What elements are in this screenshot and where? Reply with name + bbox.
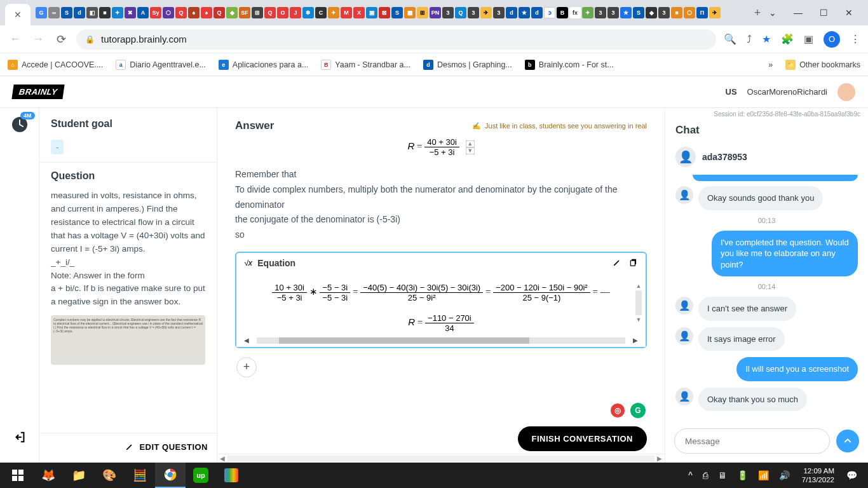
favicon-tab[interactable]: ∞	[48, 7, 60, 18]
favicon-tab[interactable]: A	[137, 7, 149, 18]
forward-button[interactable]: →	[31, 32, 46, 47]
favicon-tab[interactable]: ⊠	[379, 7, 390, 18]
scroll-left-icon[interactable]: ◀	[244, 337, 249, 344]
profile-avatar[interactable]: O	[824, 31, 840, 48]
favicon-tab[interactable]: ✈	[480, 7, 492, 18]
favicon-tab[interactable]: M	[341, 7, 352, 18]
scroll-left-icon[interactable]: ◀	[217, 455, 227, 462]
bookmarks-overflow-icon[interactable]: »	[768, 60, 773, 69]
favicon-tab[interactable]: 3	[493, 7, 505, 18]
grammarly-badge-icon[interactable]: G	[630, 403, 646, 418]
favicon-tab[interactable]: ✈	[709, 7, 721, 18]
maximize-button[interactable]: ☐	[817, 8, 830, 18]
favicon-tab[interactable]: ■	[671, 7, 682, 18]
taskbar-clock[interactable]: 12:09 AM 7/13/2022	[797, 466, 839, 485]
scroll-right-icon[interactable]: ▶	[654, 455, 665, 462]
tray-overflow-icon[interactable]: ^	[685, 470, 696, 480]
favicon-tab[interactable]: S	[633, 7, 644, 18]
scroll-down-icon[interactable]: ▼	[635, 316, 642, 323]
favicon-tab[interactable]: 3	[468, 7, 479, 18]
upwork-icon[interactable]: up	[186, 463, 216, 488]
favicon-tab[interactable]: ◆	[646, 7, 657, 18]
calculator-icon[interactable]: 🧮	[125, 463, 155, 488]
favicon-tab[interactable]: PN	[430, 7, 441, 18]
step-up-icon[interactable]: ▲	[466, 140, 475, 147]
favicon-tab[interactable]: S	[61, 7, 72, 18]
favicon-tab[interactable]: ◧	[86, 7, 98, 18]
favicon-tab[interactable]: ⊞	[417, 7, 428, 18]
equation-content[interactable]: 10 + 30i−5 + 3i ∗ −5 − 3i−5 − 3i = −40(5…	[236, 274, 646, 338]
copy-equation-icon[interactable]	[629, 258, 638, 269]
brainly-logo[interactable]: BRAINLY	[11, 85, 65, 99]
favicon-tab[interactable]: 3	[607, 7, 619, 18]
favicon-tab[interactable]: d	[506, 7, 517, 18]
tab-search-icon[interactable]: ⌄	[766, 8, 779, 18]
minimize-button[interactable]: —	[792, 8, 804, 18]
chat-send-button[interactable]	[836, 430, 859, 452]
favicon-tab[interactable]: Q	[214, 7, 225, 18]
favicon-tab[interactable]: ✦	[328, 7, 339, 18]
favicon-tab[interactable]: Q	[455, 7, 466, 18]
favicon-tab[interactable]: ⬡	[163, 7, 174, 18]
notifications-icon[interactable]: 💬	[843, 470, 860, 480]
favicon-tab[interactable]: ◆	[226, 7, 238, 18]
favicon-tab[interactable]: d	[74, 7, 85, 18]
exit-icon[interactable]	[13, 430, 27, 447]
center-hscroll[interactable]: ◀ ▶	[217, 454, 665, 463]
question-attachment[interactable]: Complex numbers may be applied to electr…	[51, 315, 205, 365]
favicon-tab[interactable]: X	[353, 7, 365, 18]
favicon-tab[interactable]: ▦	[404, 7, 416, 18]
favicon-tab[interactable]: C	[315, 7, 327, 18]
favicon-tab[interactable]: ▣	[366, 7, 377, 18]
favicon-tab[interactable]: ♠	[188, 7, 200, 18]
favicon-tab[interactable]: G	[36, 7, 47, 18]
favicon-tab[interactable]: SF	[239, 7, 250, 18]
favicon-tab[interactable]: ★	[519, 7, 530, 18]
start-button[interactable]	[3, 463, 33, 488]
favicon-tab[interactable]: ❄	[302, 7, 314, 18]
favicon-tab[interactable]: B	[557, 7, 568, 18]
favicon-tab[interactable]: O	[277, 7, 288, 18]
question-body[interactable]: measured in volts, resistance in ohms, a…	[39, 189, 217, 433]
equation-hscroll[interactable]: ◀ ▶	[236, 338, 646, 347]
equation-vscroll[interactable]: ▲ ▼	[635, 283, 642, 323]
favicon-tab[interactable]: П	[696, 7, 708, 18]
favicon-tab[interactable]: ★	[620, 7, 632, 18]
volume-icon[interactable]: 🔊	[776, 470, 793, 480]
search-icon[interactable]: 🔍	[724, 33, 736, 45]
favicon-tab[interactable]: ✦	[112, 7, 123, 18]
bookmark-item[interactable]: ⌂Accede | CACOOVE....	[8, 60, 103, 70]
scroll-thumb[interactable]	[279, 337, 529, 344]
extensions-icon[interactable]: 🧩	[781, 33, 794, 45]
sidepanel-icon[interactable]: ▣	[804, 33, 813, 45]
user-avatar[interactable]	[837, 83, 855, 101]
bookmark-item[interactable]: dDesmos | Graphing...	[423, 60, 512, 70]
bookmark-item[interactable]: BYaam - Strandbar a...	[321, 60, 410, 70]
new-tab-button[interactable]: +	[749, 4, 766, 22]
queue-badge[interactable]: 4M	[11, 116, 29, 136]
chat-messages[interactable]: 👤 Okay sounds good thank you 00:13 I've …	[665, 175, 868, 422]
close-tab-icon[interactable]: ✕	[14, 10, 22, 20]
edit-equation-icon[interactable]	[613, 258, 621, 269]
firefox-icon[interactable]: 🦊	[33, 463, 64, 488]
target-badge-icon[interactable]: ◎	[610, 403, 625, 418]
favicon-tab[interactable]: 3	[595, 7, 606, 18]
share-icon[interactable]: ⤴	[747, 34, 752, 45]
username-label[interactable]: OscarMorenoRichardi	[747, 87, 827, 97]
active-tab[interactable]: ✕	[5, 4, 31, 25]
chrome-icon[interactable]	[155, 463, 186, 488]
answer-body[interactable]: R = 40 + 30i−5 + 3i ▲ ▼ Remember that To…	[217, 137, 665, 454]
favicon-tab[interactable]: ɔ	[544, 7, 555, 18]
favicon-tab[interactable]: ■	[99, 7, 111, 18]
region-label[interactable]: US	[726, 87, 737, 97]
bookmark-item[interactable]: bBrainly.com - For st...	[525, 60, 614, 70]
add-block-button[interactable]: +	[236, 357, 257, 377]
back-button[interactable]: ←	[8, 32, 23, 47]
favicon-tab[interactable]: d	[531, 7, 543, 18]
url-field[interactable]: 🔒 tutorapp.brainly.com	[76, 29, 716, 50]
reload-button[interactable]: ⟳	[53, 32, 69, 47]
edit-question-button[interactable]: EDIT QUESTION	[125, 442, 208, 452]
paint-icon[interactable]: 🎨	[94, 463, 125, 488]
scroll-up-icon[interactable]: ▲	[635, 283, 642, 289]
favicon-tab[interactable]: ⊞	[252, 7, 263, 18]
